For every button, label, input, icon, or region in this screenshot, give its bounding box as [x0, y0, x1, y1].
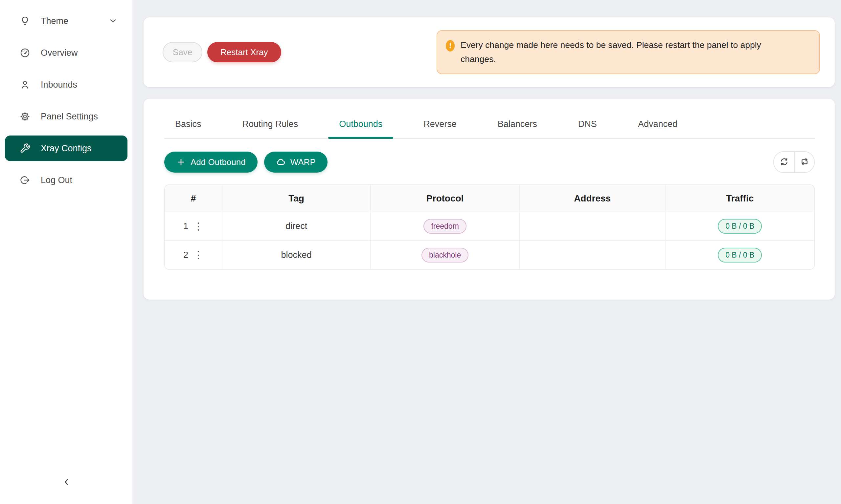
repeat-icon — [800, 157, 809, 168]
save-button[interactable]: Save — [162, 42, 202, 62]
table-tools-group — [773, 151, 815, 173]
col-header-index: # — [165, 185, 222, 212]
sidebar-item-label: Theme — [41, 16, 68, 26]
user-icon — [20, 79, 30, 90]
sidebar-item-label: Log Out — [41, 175, 72, 185]
xray-configs-card: Basics Routing Rules Outbounds Reverse B… — [143, 99, 835, 300]
alert-text: Every change made here needs to be saved… — [461, 38, 786, 66]
lightbulb-icon — [20, 16, 30, 26]
warp-label: WARP — [290, 157, 316, 167]
tab-dns[interactable]: DNS — [567, 117, 608, 138]
row-tag: blocked — [222, 240, 371, 269]
sidebar-item-inbounds[interactable]: Inbounds — [5, 72, 127, 97]
outbounds-actions: Add Outbound WARP — [164, 151, 815, 173]
sidebar-item-panel-settings[interactable]: Panel Settings — [5, 104, 127, 129]
outbounds-table: # Tag Protocol Address Traffic 1 ⋮ — [164, 184, 815, 270]
main-content: Save Restart Xray ! Every change made he… — [132, 0, 841, 504]
add-outbound-label: Add Outbound — [191, 157, 246, 167]
sidebar: Theme Overview Inbounds Panel Settings X… — [0, 0, 132, 504]
refresh-button[interactable] — [774, 152, 794, 172]
sidebar-item-xray-configs[interactable]: Xray Configs — [5, 136, 127, 161]
gear-icon — [20, 111, 30, 122]
wrench-icon — [20, 143, 30, 154]
col-header-protocol: Protocol — [371, 185, 519, 212]
row-menu-icon[interactable]: ⋮ — [193, 221, 203, 231]
row-tag: direct — [222, 212, 371, 240]
tab-basics[interactable]: Basics — [164, 117, 212, 138]
tab-balancers[interactable]: Balancers — [487, 117, 548, 138]
col-header-tag: Tag — [222, 185, 371, 212]
plus-icon — [176, 157, 186, 167]
col-header-address: Address — [519, 185, 666, 212]
row-address — [519, 240, 666, 269]
sidebar-item-overview[interactable]: Overview — [5, 40, 127, 66]
tab-reverse[interactable]: Reverse — [413, 117, 467, 138]
table-row: 2 ⋮ blocked blackhole 0 B / 0 B — [165, 240, 814, 269]
compare-config-button[interactable] — [794, 152, 814, 172]
config-tabs: Basics Routing Rules Outbounds Reverse B… — [164, 117, 815, 139]
traffic-badge: 0 B / 0 B — [718, 248, 762, 263]
sidebar-item-theme[interactable]: Theme — [5, 8, 127, 34]
col-header-traffic: Traffic — [665, 185, 814, 212]
sidebar-collapse-button[interactable] — [56, 473, 76, 492]
tab-advanced[interactable]: Advanced — [627, 117, 688, 138]
table-row: 1 ⋮ direct freedom 0 B / 0 B — [165, 212, 814, 240]
add-outbound-button[interactable]: Add Outbound — [164, 151, 258, 173]
traffic-badge: 0 B / 0 B — [718, 219, 762, 234]
sidebar-item-label: Inbounds — [41, 80, 77, 90]
row-index: 2 — [183, 250, 188, 260]
restart-xray-button[interactable]: Restart Xray — [207, 42, 281, 62]
protocol-badge: freedom — [424, 219, 466, 234]
sidebar-item-label: Overview — [41, 48, 78, 58]
sidebar-item-label: Xray Configs — [41, 143, 92, 154]
tab-routing-rules[interactable]: Routing Rules — [231, 117, 309, 138]
refresh-icon — [779, 157, 789, 168]
toolbar-card: Save Restart Xray ! Every change made he… — [143, 17, 835, 87]
sidebar-item-label: Panel Settings — [41, 111, 98, 122]
row-address — [519, 212, 666, 240]
logout-icon — [20, 175, 30, 185]
row-index: 1 — [183, 221, 188, 231]
protocol-badge: blackhole — [422, 248, 468, 263]
warp-button[interactable]: WARP — [264, 151, 328, 173]
tab-outbounds[interactable]: Outbounds — [328, 117, 393, 138]
row-menu-icon[interactable]: ⋮ — [193, 250, 203, 260]
chevron-down-icon — [108, 16, 118, 25]
chevron-left-icon — [62, 477, 71, 488]
warning-icon: ! — [446, 40, 455, 52]
gauge-icon — [20, 48, 30, 58]
table-header-row: # Tag Protocol Address Traffic — [165, 185, 814, 212]
cloud-icon — [276, 157, 286, 167]
sidebar-item-log-out[interactable]: Log Out — [5, 167, 127, 193]
restart-warning-alert: ! Every change made here needs to be sav… — [436, 30, 820, 74]
